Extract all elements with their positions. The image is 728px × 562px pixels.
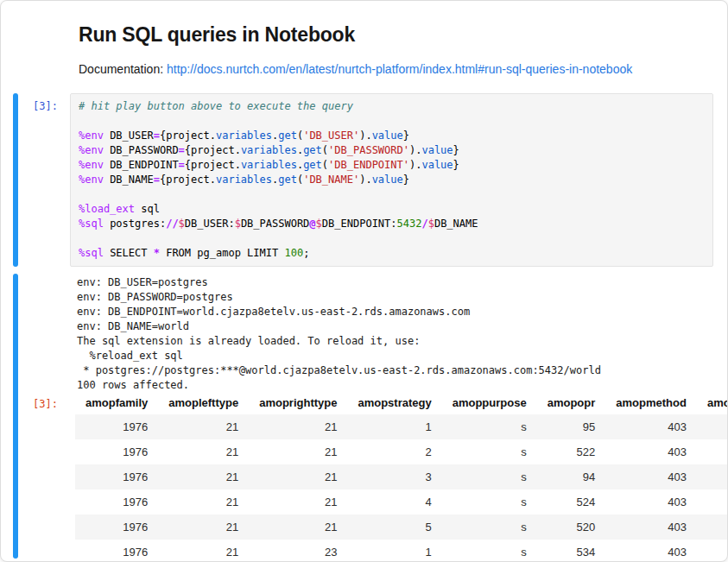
table-cell: 21 [158,464,249,489]
table-row: 197621215s5204030 [75,515,727,540]
table-cell: 1976 [75,540,158,559]
table-cell: 403 [605,439,697,464]
table-cell: 21 [158,439,249,464]
stdout-text: env: DB_USER=postgres env: DB_PASSWORD=p… [77,275,713,393]
table-row: 197621231s5344030 [75,540,727,559]
table-cell: 95 [537,414,606,439]
table-cell: 21 [158,414,249,439]
table-cell: 0 [697,414,727,439]
table-cell: 0 [697,489,727,515]
table-cell: 1976 [75,489,158,515]
table-cell: 403 [605,540,697,559]
column-header: amopsortfamily [697,393,727,414]
table-cell: 21 [158,515,249,540]
code-editor[interactable]: # hit play button above to execute the q… [70,93,713,267]
code-line: %env DB_USER={project.variables.get('DB_… [79,129,705,143]
table-cell: s [442,414,537,439]
notebook-page: Run SQL queries in Notebook Documentatio… [0,0,728,562]
documentation-link[interactable]: http://docs.nurtch.com/en/latest/nurtch-… [167,62,632,76]
table-cell: 403 [605,489,697,515]
result-row: [3]: amopfamilyamoplefttypeamoprighttype… [18,393,727,559]
table-header-row: amopfamilyamoplefttypeamoprighttypeamops… [75,393,727,414]
table-cell: 1976 [75,414,158,439]
table-cell: 21 [249,464,347,489]
table-cell: 522 [537,439,606,464]
table-cell: s [442,439,537,464]
code-line: %env DB_ENDPOINT={project.variables.get(… [79,158,705,173]
table-cell: 2 [347,439,441,464]
table-cell: 21 [158,489,249,515]
table-row: 197621214s5244030 [75,489,727,515]
table-cell: s [442,464,537,489]
table-cell: 403 [605,515,697,540]
table-cell: 21 [249,489,347,515]
code-line [79,114,705,129]
column-header: amopfamily [75,393,158,414]
table-cell: 1976 [75,439,158,464]
table-cell: s [442,515,537,540]
documentation-label: Documentation: [79,62,167,76]
code-line [79,231,705,246]
code-cell: [3]: # hit play button above to execute … [1,93,727,267]
column-header: amoprighttype [249,393,347,414]
code-line: %sql postgres://$DB_USER:$DB_PASSWORD@$D… [79,217,705,231]
output-body: env: DB_USER=postgres env: DB_PASSWORD=p… [18,274,727,559]
table-cell: 0 [697,515,727,540]
code-line: %env DB_PASSWORD={project.variables.get(… [79,143,705,158]
code-line: %sql SELECT * FROM pg_amop LIMIT 100; [79,246,705,261]
code-line [79,187,705,202]
table-cell: 403 [605,414,697,439]
table-cell: 0 [697,464,727,489]
documentation-line: Documentation: http://docs.nurtch.com/en… [79,62,713,76]
input-prompt: [3]: [18,93,70,267]
code-line: # hit play button above to execute the q… [79,99,705,114]
column-header: amopmethod [605,393,697,414]
table-cell: 403 [605,464,697,489]
table-cell: s [442,489,537,515]
output-cell: env: DB_USER=postgres env: DB_PASSWORD=p… [1,274,727,559]
table-cell: 23 [249,540,347,559]
page-title: Run SQL queries in Notebook [79,23,713,47]
table-cell: 21 [249,414,347,439]
table-row: 197621211s954030 [75,414,727,439]
table-cell: 21 [158,540,249,559]
column-header: amoplefttype [158,393,249,414]
column-header: amopopr [537,393,606,414]
table-row: 197621213s944030 [75,464,727,489]
table-cell: 3 [347,464,441,489]
table-cell: 1 [347,540,441,559]
table-cell: 1 [347,414,441,439]
table-cell: 0 [697,439,727,464]
code-line: %env DB_NAME={project.variables.get('DB_… [79,173,705,187]
table-cell: 534 [537,540,606,559]
result-table: amopfamilyamoplefttypeamoprighttypeamops… [75,393,727,559]
code-line: %load_ext sql [79,202,705,217]
table-cell: 21 [249,515,347,540]
table-cell: 1976 [75,464,158,489]
table-cell: 524 [537,489,606,515]
table-cell: 0 [697,540,727,559]
table-cell: 1976 [75,515,158,540]
table-cell: 94 [537,464,606,489]
table-cell: 21 [249,439,347,464]
output-prompt: [3]: [18,393,70,410]
table-cell: 520 [537,515,606,540]
table-cell: 5 [347,515,441,540]
column-header: amoppurpose [442,393,537,414]
table-cell: 4 [347,489,441,515]
table-cell: s [442,540,537,559]
table-row: 197621212s5224030 [75,439,727,464]
column-header: amopstrategy [347,393,441,414]
